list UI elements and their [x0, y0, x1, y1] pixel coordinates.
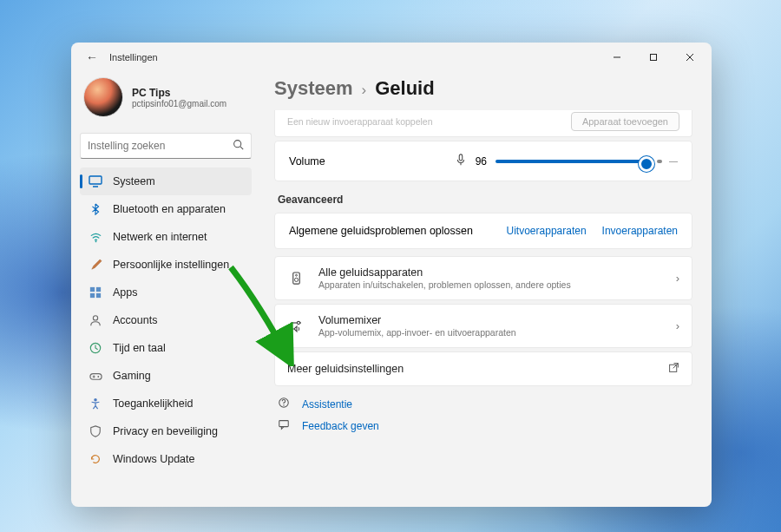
nav-privacy[interactable]: Privacy en beveiliging [80, 417, 252, 445]
nav-label: Windows Update [113, 453, 195, 465]
troubleshoot-title: Algemene geluidsproblemen oplossen [289, 225, 473, 237]
svg-rect-6 [89, 176, 102, 184]
profile-name: PC Tips [132, 87, 226, 99]
sidebar: PC Tips pctipsinfo01@gmail.com Systeem B… [71, 72, 260, 507]
nav-network[interactable]: Netwerk en internet [80, 223, 252, 251]
svg-point-4 [234, 141, 241, 148]
nav-accessibility[interactable]: Toegankelijkheid [80, 390, 252, 417]
add-device-button[interactable]: Apparaat toevoegen [571, 112, 679, 131]
nav-label: Toegankelijkheid [113, 397, 193, 410]
all-devices-sub: Apparaten in/uitschakelen, problemen opl… [318, 279, 676, 290]
nav-windows-update[interactable]: Windows Update [80, 445, 252, 473]
nav-label: Systeem [113, 175, 155, 187]
all-devices-row[interactable]: Alle geluidsapparaten Apparaten in/uitsc… [275, 257, 692, 299]
nav-label: Gaming [113, 370, 151, 382]
breadcrumb-current: Geluid [375, 77, 434, 100]
clock-icon [89, 341, 102, 355]
profile-email: pctipsinfo01@gmail.com [132, 99, 226, 108]
more-settings-title: Meer geluidsinstellingen [287, 363, 668, 375]
titlebar: ← Instellingen [71, 43, 712, 72]
troubleshoot-row: Algemene geluidsproblemen oplossen Uitvo… [275, 213, 692, 248]
more-sound-settings-row[interactable]: Meer geluidsinstellingen [275, 352, 692, 385]
volume-mixer-sub: App-volumemix, app-invoer- en uitvoerapp… [318, 327, 676, 338]
nav-time-language[interactable]: Tijd en taal [80, 334, 252, 362]
svg-rect-1 [651, 55, 657, 61]
svg-point-17 [94, 398, 97, 402]
volume-card: Volume 96 — [274, 141, 692, 181]
back-button[interactable]: ← [83, 50, 101, 64]
maximize-button[interactable] [635, 43, 672, 72]
game-icon [89, 369, 102, 383]
slider-track-remainder [657, 160, 662, 163]
close-button[interactable] [672, 43, 708, 72]
avatar [83, 77, 123, 117]
nav-list: Systeem Bluetooth en apparaten Netwerk e… [80, 167, 252, 473]
help-icon [278, 397, 292, 411]
svg-rect-18 [459, 154, 463, 161]
svg-point-8 [95, 240, 96, 242]
accessibility-icon [89, 397, 102, 410]
microphone-icon [455, 154, 467, 168]
update-icon [89, 452, 102, 466]
chevron-right-icon: › [676, 319, 679, 332]
slider-end-icon: — [669, 156, 678, 166]
help-feedback-label: Feedback geven [302, 420, 379, 432]
nav-apps[interactable]: Apps [80, 279, 252, 306]
svg-point-13 [93, 316, 97, 320]
search-box[interactable] [80, 133, 252, 159]
svg-rect-12 [96, 293, 101, 298]
input-devices-link[interactable]: Invoerapparaten [602, 225, 678, 237]
nav-label: Apps [113, 286, 138, 299]
svg-rect-11 [90, 293, 95, 298]
apps-icon [89, 286, 102, 299]
nav-label: Bluetooth en apparaten [113, 203, 226, 215]
svg-point-23 [297, 321, 299, 324]
feedback-icon [278, 418, 292, 433]
nav-gaming[interactable]: Gaming [80, 362, 252, 390]
svg-rect-10 [96, 287, 101, 292]
person-icon [89, 313, 102, 327]
profile[interactable]: PC Tips pctipsinfo01@gmail.com [80, 77, 252, 126]
shield-icon [89, 424, 102, 438]
svg-point-16 [97, 376, 99, 378]
mixer-icon [287, 319, 305, 333]
minimize-button[interactable] [599, 43, 635, 72]
nav-label: Netwerk en internet [113, 231, 207, 243]
search-icon [233, 138, 244, 154]
breadcrumb: Systeem › Geluid [274, 77, 692, 100]
svg-line-5 [240, 147, 243, 149]
chevron-right-icon: › [362, 82, 367, 99]
nav-personalization[interactable]: Persoonlijke instellingen [80, 251, 252, 279]
volume-slider[interactable] [496, 160, 652, 163]
output-devices-link[interactable]: Uitvoerapparaten [507, 225, 587, 237]
nav-accounts[interactable]: Accounts [80, 306, 252, 334]
all-devices-card[interactable]: Alle geluidsapparaten Apparaten in/uitsc… [274, 256, 692, 300]
window-title: Instellingen [109, 52, 158, 62]
open-external-icon [668, 362, 679, 376]
volume-mixer-row[interactable]: Volumemixer App-volumemix, app-invoer- e… [275, 305, 692, 347]
nav-label: Privacy en beveiliging [113, 425, 218, 437]
help-assist-link[interactable]: Assistentie [278, 397, 692, 411]
advanced-section-label: Geavanceerd [278, 194, 692, 206]
help-feedback-link[interactable]: Feedback geven [278, 418, 692, 433]
pair-device-row[interactable]: Een nieuw invoerapparaat koppelen Appara… [275, 110, 692, 136]
more-sound-settings-card[interactable]: Meer geluidsinstellingen [274, 351, 692, 386]
svg-point-21 [295, 274, 297, 276]
all-devices-title: Alle geluidsapparaten [318, 266, 676, 279]
pair-device-fragment: Een nieuw invoerapparaat koppelen [287, 116, 571, 127]
volume-mixer-card[interactable]: Volumemixer App-volumemix, app-invoer- e… [274, 304, 692, 348]
nav-bluetooth[interactable]: Bluetooth en apparaten [80, 195, 252, 223]
nav-label: Tijd en taal [113, 342, 166, 354]
nav-system[interactable]: Systeem [80, 167, 252, 195]
volume-row: Volume 96 — [275, 141, 692, 181]
settings-window: ← Instellingen PC Tips pctipsinfo01@gmai… [71, 43, 712, 507]
main-content: Systeem › Geluid Een nieuw invoerapparaa… [260, 72, 712, 507]
svg-rect-15 [89, 373, 101, 379]
troubleshoot-card: Algemene geluidsproblemen oplossen Uitvo… [274, 213, 692, 249]
help-assist-label: Assistentie [302, 398, 352, 410]
monitor-icon [89, 174, 102, 188]
help-section: Assistentie Feedback geven [274, 397, 692, 433]
search-input[interactable] [88, 140, 233, 152]
breadcrumb-parent[interactable]: Systeem [274, 77, 353, 100]
svg-rect-9 [90, 287, 95, 292]
